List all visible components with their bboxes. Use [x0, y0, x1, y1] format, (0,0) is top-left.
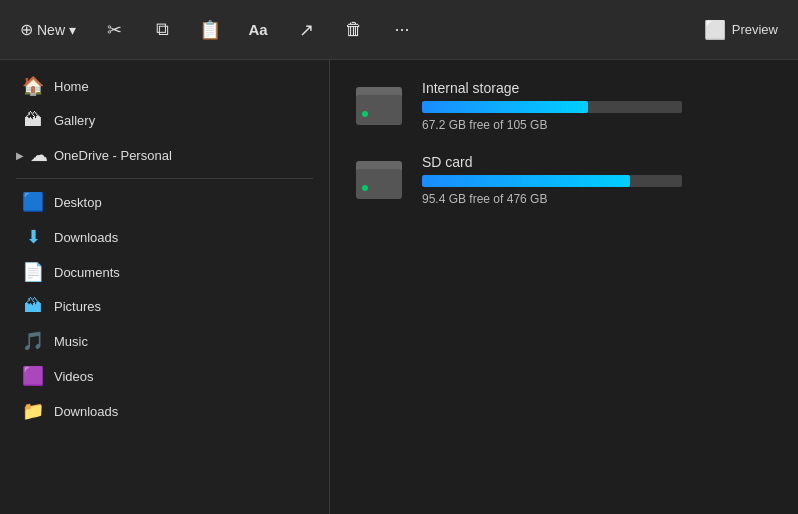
gallery-label: Gallery [54, 113, 307, 128]
sidebar-item-videos[interactable]: 🟪 Videos 📌 [6, 359, 323, 393]
preview-label: Preview [732, 22, 778, 37]
pictures-label: Pictures [54, 299, 281, 314]
videos-label: Videos [54, 369, 281, 384]
sidebar-item-pictures[interactable]: 🏔 Pictures 📌 [6, 290, 323, 323]
share-icon: ↗ [299, 19, 314, 41]
drive-visual-internal [356, 87, 402, 125]
drive-item-sd[interactable]: SD card 95.4 GB free of 476 GB [354, 154, 774, 206]
music-label: Music [54, 334, 281, 349]
rename-icon: Aa [248, 21, 267, 38]
drive-size-internal: 67.2 GB free of 105 GB [422, 118, 774, 132]
copy-button[interactable]: ⧉ [140, 5, 184, 55]
downloads2-label: Downloads [54, 404, 307, 419]
home-icon: 🏠 [22, 75, 44, 97]
sidebar-item-music[interactable]: 🎵 Music 📌 [6, 324, 323, 358]
sidebar-item-onedrive[interactable]: ▶ ☁ OneDrive - Personal [6, 138, 323, 172]
preview-panel-icon: ⬜ [704, 19, 726, 41]
more-icon: ··· [395, 19, 410, 40]
onedrive-icon: ☁ [28, 144, 50, 166]
drive-item-internal[interactable]: Internal storage 67.2 GB free of 105 GB [354, 80, 774, 132]
documents-label: Documents [54, 265, 281, 280]
drive-name-sd: SD card [422, 154, 774, 170]
share-button[interactable]: ↗ [284, 5, 328, 55]
copy-icon: ⧉ [156, 19, 169, 40]
new-icon: ⊕ [20, 20, 33, 39]
sidebar-item-documents[interactable]: 📄 Documents 📌 [6, 255, 323, 289]
home-label: Home [54, 79, 307, 94]
toolbar: ⊕ New ▾ ✂ ⧉ 📋 Aa ↗ 🗑 ··· ⬜ Preview [0, 0, 798, 60]
sidebar: 🏠 Home 🏔 Gallery ▶ ☁ OneDrive - Personal… [0, 60, 330, 514]
downloads-icon: ⬇ [22, 226, 44, 248]
more-button[interactable]: ··· [380, 5, 424, 55]
sidebar-item-downloads2[interactable]: 📁 Downloads [6, 394, 323, 428]
videos-icon: 🟪 [22, 365, 44, 387]
expand-arrow-icon: ▶ [16, 150, 24, 161]
sidebar-item-home[interactable]: 🏠 Home [6, 69, 323, 103]
sidebar-divider [16, 178, 313, 179]
delete-icon: 🗑 [345, 19, 363, 40]
drive-icon-sd [354, 159, 404, 201]
delete-button[interactable]: 🗑 [332, 5, 376, 55]
drive-info-internal: Internal storage 67.2 GB free of 105 GB [422, 80, 774, 132]
gallery-icon: 🏔 [22, 110, 44, 131]
drive-bar-bg-sd [422, 175, 682, 187]
downloads2-icon: 📁 [22, 400, 44, 422]
drive-bar-fill-sd [422, 175, 630, 187]
drive-icon-internal [354, 85, 404, 127]
rename-button[interactable]: Aa [236, 5, 280, 55]
preview-button[interactable]: ⬜ Preview [692, 13, 790, 47]
desktop-label: Desktop [54, 195, 281, 210]
drive-bar-fill-internal [422, 101, 588, 113]
content-area: Internal storage 67.2 GB free of 105 GB … [330, 60, 798, 514]
drive-led [362, 111, 368, 117]
drive-name-internal: Internal storage [422, 80, 774, 96]
new-button[interactable]: ⊕ New ▾ [8, 5, 88, 55]
documents-icon: 📄 [22, 261, 44, 283]
main-layout: 🏠 Home 🏔 Gallery ▶ ☁ OneDrive - Personal… [0, 60, 798, 514]
drive-size-sd: 95.4 GB free of 476 GB [422, 192, 774, 206]
drive-led-sd [362, 185, 368, 191]
paste-button[interactable]: 📋 [188, 5, 232, 55]
new-label: New [37, 22, 65, 38]
pictures-icon: 🏔 [22, 296, 44, 317]
sidebar-item-gallery[interactable]: 🏔 Gallery [6, 104, 323, 137]
drive-body [356, 95, 402, 125]
sidebar-item-desktop[interactable]: 🟦 Desktop 📌 [6, 185, 323, 219]
new-chevron-icon: ▾ [69, 22, 76, 38]
drive-bar-bg-internal [422, 101, 682, 113]
cut-button[interactable]: ✂ [92, 5, 136, 55]
drive-body-sd [356, 169, 402, 199]
cut-icon: ✂ [107, 19, 122, 41]
paste-icon: 📋 [199, 19, 221, 41]
music-icon: 🎵 [22, 330, 44, 352]
sidebar-item-downloads[interactable]: ⬇ Downloads 📌 [6, 220, 323, 254]
drive-info-sd: SD card 95.4 GB free of 476 GB [422, 154, 774, 206]
onedrive-label: OneDrive - Personal [54, 148, 172, 163]
desktop-icon: 🟦 [22, 191, 44, 213]
drive-visual-sd [356, 161, 402, 199]
downloads-label: Downloads [54, 230, 281, 245]
